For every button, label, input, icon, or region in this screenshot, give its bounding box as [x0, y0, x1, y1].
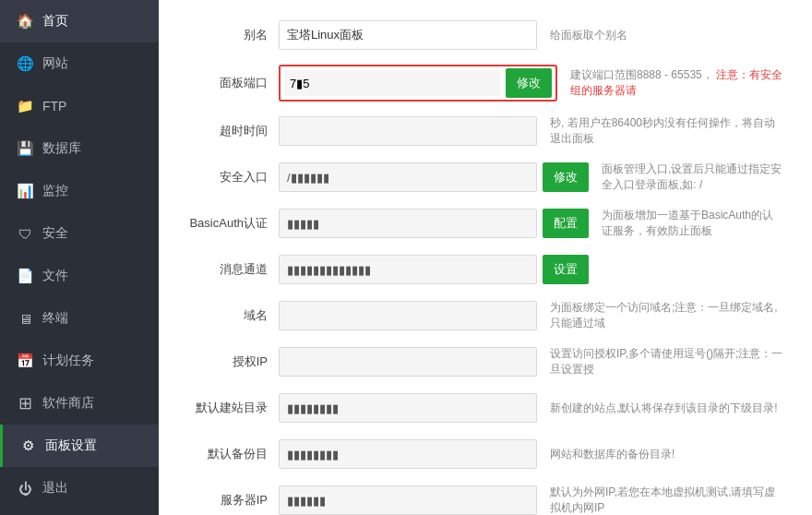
port-modify-button[interactable]: 修改 — [506, 68, 552, 98]
auth-ip-desc: 设置访问授权IP,多个请使用逗号()隔开;注意：一旦设置授 — [550, 346, 784, 377]
server-ip-desc: 默认为外网IP,若您在本地虚拟机测试,请填写虚拟机内网IP — [550, 485, 784, 515]
shield-icon: 🛡 — [17, 225, 33, 242]
basicauth-configure-button[interactable]: 配置 — [543, 209, 589, 238]
sidebar-item-label: 网站 — [42, 55, 68, 72]
timeout-desc: 秒, 若用户在86400秒内没有任何操作，将自动退出面板 — [550, 115, 784, 147]
monitor-icon: 📊 — [17, 183, 33, 199]
schedule-icon: 📅 — [17, 353, 33, 369]
sidebar-item-ftp[interactable]: 📁 FTP — [0, 85, 159, 127]
port-label: 面板端口 — [186, 75, 279, 91]
sidebar-item-label: 监控 — [42, 183, 68, 199]
timeout-input-wrap — [279, 116, 537, 146]
alias-input[interactable] — [279, 20, 537, 50]
basicauth-row: BasicAuth认证 配置 为面板增加一道基于BasicAuth的认证服务，有… — [186, 207, 784, 240]
terminal-icon: 🖥 — [17, 310, 33, 327]
sidebar-item-file[interactable]: 📄 文件 — [0, 255, 159, 297]
msg-set-button[interactable]: 设置 — [543, 255, 589, 284]
alias-input-wrap — [279, 20, 537, 50]
timeout-label: 超时时间 — [186, 123, 279, 139]
security-desc: 面板管理入口,设置后只能通过指定安全入口登录面板,如: / — [602, 162, 784, 193]
msg-input[interactable] — [279, 255, 537, 284]
sidebar-item-label: 终端 — [42, 310, 68, 327]
default-site-desc: 新创建的站点,默认将保存到该目录的下级目录! — [550, 401, 778, 416]
ftp-icon: 📁 — [17, 98, 33, 114]
auth-ip-input[interactable] — [279, 347, 537, 377]
sidebar-item-label: 安全 — [42, 225, 68, 242]
basicauth-desc: 为面板增加一道基于BasicAuth的认证服务，有效防止面板 — [602, 208, 784, 239]
sidebar-item-panel-settings[interactable]: ⚙ 面板设置 — [0, 425, 159, 467]
server-ip-input[interactable] — [279, 485, 537, 515]
sidebar-item-database[interactable]: 💾 数据库 — [0, 127, 159, 170]
basicauth-input-wrap: 配置 — [279, 209, 589, 238]
logout-icon: ⏻ — [17, 480, 33, 497]
database-icon: 💾 — [17, 140, 33, 157]
msg-row: 消息通道 设置 — [186, 253, 784, 286]
sidebar-item-logout[interactable]: ⏻ 退出 — [0, 467, 159, 509]
msg-label: 消息通道 — [186, 261, 279, 278]
server-ip-row: 服务器IP 默认为外网IP,若您在本地虚拟机测试,请填写虚拟机内网IP — [186, 484, 784, 515]
sidebar-item-label: 退出 — [42, 480, 68, 497]
sidebar-item-security[interactable]: 🛡 安全 — [0, 212, 159, 255]
sidebar-item-schedule[interactable]: 📅 计划任务 — [0, 340, 159, 382]
sidebar-item-monitor[interactable]: 📊 监控 — [0, 170, 159, 212]
sidebar-item-label: 文件 — [42, 268, 68, 284]
server-ip-input-wrap — [279, 485, 537, 515]
file-icon: 📄 — [17, 268, 33, 284]
default-backup-desc: 网站和数据库的备份目录! — [550, 447, 675, 462]
security-modify-button[interactable]: 修改 — [543, 162, 589, 192]
msg-input-wrap: 设置 — [279, 255, 589, 284]
basicauth-input[interactable] — [279, 209, 537, 238]
default-backup-row: 默认备份目 网站和数据库的备份目录! — [186, 437, 784, 471]
sidebar-item-website[interactable]: 🌐 网站 — [0, 42, 159, 85]
default-backup-input[interactable] — [279, 439, 537, 469]
sidebar-item-label: FTP — [42, 99, 66, 114]
globe-icon: 🌐 — [17, 55, 33, 72]
security-input-wrap: 修改 — [279, 162, 589, 192]
timeout-row: 超时时间 秒, 若用户在86400秒内没有任何操作，将自动退出面板 — [186, 114, 784, 148]
port-row: 面板端口 修改 建议端口范围8888 - 65535， 注意：有安全组的服务器请 — [186, 65, 784, 102]
shop-icon: ⊞ — [17, 395, 33, 412]
sidebar-item-label: 面板设置 — [45, 437, 97, 454]
default-site-input-wrap — [279, 393, 537, 423]
sidebar-item-terminal[interactable]: 🖥 终端 — [0, 297, 159, 340]
auth-ip-label: 授权IP — [186, 353, 279, 370]
port-desc: 建议端口范围8888 - 65535， 注意：有安全组的服务器请 — [570, 67, 784, 99]
domain-label: 域名 — [186, 307, 279, 324]
sidebar: 🏠 首页 🌐 网站 📁 FTP 💾 数据库 📊 监控 🛡 安全 📄 文件 🖥 终… — [0, 0, 159, 515]
main-content: 别名 给面板取个别名 面板端口 修改 建议端口范围8888 - 65535， 注… — [159, 0, 812, 515]
sidebar-item-label: 数据库 — [42, 140, 81, 157]
port-input[interactable] — [284, 70, 500, 96]
default-site-row: 默认建站目录 新创建的站点,默认将保存到该目录的下级目录! — [186, 391, 784, 425]
domain-input[interactable] — [279, 301, 537, 330]
timeout-input[interactable] — [279, 116, 537, 146]
auth-ip-row: 授权IP 设置访问授权IP,多个请使用逗号()隔开;注意：一旦设置授 — [186, 345, 784, 378]
sidebar-item-label: 计划任务 — [42, 353, 94, 369]
security-row: 安全入口 修改 面板管理入口,设置后只能通过指定安全入口登录面板,如: / — [186, 161, 784, 194]
domain-row: 域名 为面板绑定一个访问域名;注意：一旦绑定域名,只能通过域 — [186, 299, 784, 332]
gear-icon: ⚙ — [19, 437, 36, 454]
auth-ip-input-wrap — [279, 347, 537, 377]
domain-desc: 为面板绑定一个访问域名;注意：一旦绑定域名,只能通过域 — [550, 300, 784, 331]
security-input[interactable] — [279, 162, 537, 192]
sidebar-item-label: 首页 — [42, 13, 68, 30]
sidebar-item-shop[interactable]: ⊞ 软件商店 — [0, 382, 159, 425]
sidebar-item-home[interactable]: 🏠 首页 — [0, 0, 159, 42]
default-site-label: 默认建站目录 — [186, 400, 279, 416]
alias-row: 别名 给面板取个别名 — [186, 18, 784, 52]
home-icon: 🏠 — [17, 13, 33, 30]
server-ip-label: 服务器IP — [186, 492, 279, 509]
default-backup-input-wrap — [279, 439, 537, 469]
sidebar-item-label: 软件商店 — [42, 395, 94, 412]
default-site-input[interactable] — [279, 393, 537, 423]
domain-input-wrap — [279, 301, 537, 330]
alias-desc: 给面板取个别名 — [550, 28, 627, 43]
security-label: 安全入口 — [186, 169, 279, 186]
alias-label: 别名 — [186, 27, 279, 43]
basicauth-label: BasicAuth认证 — [186, 215, 279, 232]
default-backup-label: 默认备份目 — [186, 446, 279, 462]
